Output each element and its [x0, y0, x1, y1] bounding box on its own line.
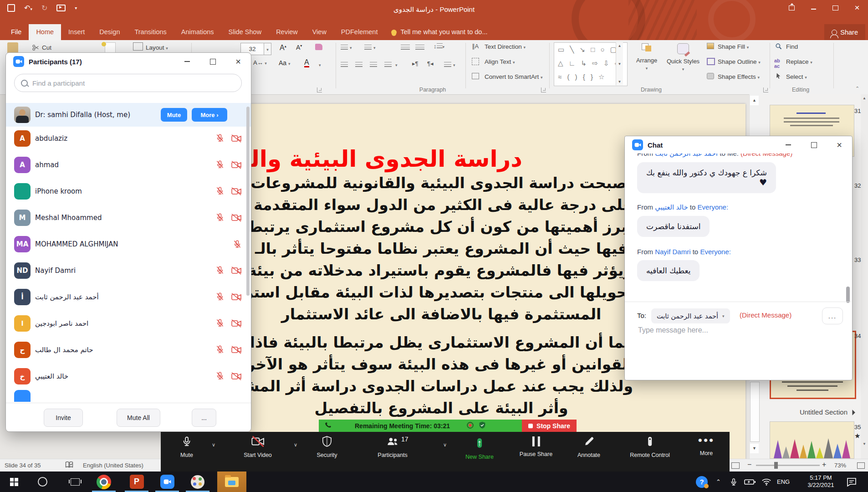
- slideshow-view-icon[interactable]: [731, 462, 740, 469]
- slide-scrollbar-thumb[interactable]: [750, 382, 760, 442]
- mute-toolbar-button[interactable]: Mute: [180, 436, 193, 458]
- zoom-percent[interactable]: 73%: [834, 462, 846, 469]
- search-input[interactable]: [31, 79, 225, 87]
- participant-row[interactable]: A ahmad: [6, 153, 251, 177]
- replace-label[interactable]: Replace ▾: [786, 58, 812, 65]
- chat-header[interactable]: Chat ×: [625, 136, 852, 154]
- mute-all-button[interactable]: Mute All: [117, 409, 160, 427]
- shape-effects-label[interactable]: Shape Effects ▾: [718, 73, 760, 80]
- shape-fill-label[interactable]: Shape Fill ▾: [718, 43, 749, 50]
- numbering-dropdown-icon[interactable]: ▾: [373, 44, 376, 51]
- participant-row[interactable]: MA MOHAMMED ALGHMIJAN: [6, 232, 251, 256]
- text-direction-label[interactable]: Text Direction ▾: [485, 43, 526, 50]
- change-case-icon[interactable]: Aa ▾: [279, 59, 291, 67]
- alignment-dropdown-icon[interactable]: ▾: [395, 61, 398, 68]
- columns-dropdown-icon[interactable]: ▾: [453, 61, 455, 68]
- align-text-label[interactable]: Align Text ▾: [485, 58, 515, 65]
- tab-animations[interactable]: Animations: [174, 24, 221, 40]
- tab-design[interactable]: Design: [92, 24, 127, 40]
- language-status[interactable]: English (United States): [83, 462, 143, 469]
- participant-row[interactable]: ND Nayif Damri: [6, 259, 251, 282]
- more-button[interactable]: More ›: [192, 108, 227, 122]
- tray-mic-icon[interactable]: [730, 472, 738, 492]
- paragraph-dialog-launcher-icon[interactable]: [541, 87, 546, 92]
- bullets-icon[interactable]: [341, 45, 348, 50]
- arrange-button[interactable]: Arrange▾: [631, 43, 663, 72]
- zoom-out-icon[interactable]: −: [747, 461, 751, 469]
- paint-taskbar-icon[interactable]: [184, 472, 212, 492]
- restore-window-icon[interactable]: [824, 0, 846, 15]
- mute-options-chevron-icon[interactable]: ∨: [212, 442, 215, 448]
- section-label[interactable]: Untitled Section: [760, 408, 854, 416]
- align-right-icon[interactable]: [370, 62, 377, 67]
- more-options-button[interactable]: ...: [192, 409, 216, 427]
- tab-file[interactable]: File: [4, 24, 29, 40]
- find-label[interactable]: Find: [786, 43, 798, 50]
- ltr-direction-icon[interactable]: ▸¶: [412, 60, 419, 67]
- scroll-down-icon[interactable]: ▼: [750, 444, 759, 453]
- decrease-indent-icon[interactable]: [401, 45, 410, 50]
- tab-pdfelement[interactable]: PDFelement: [334, 24, 385, 40]
- participant-row[interactable]: A abdulaziz: [6, 127, 251, 150]
- minimize-window-icon[interactable]: [802, 0, 824, 15]
- decrease-font-icon[interactable]: A▾: [296, 44, 302, 51]
- clock[interactable]: 5:17 PM 3/22/2021: [802, 472, 840, 492]
- chrome-taskbar-icon[interactable]: [90, 472, 118, 492]
- pause-share-button[interactable]: Pause Share: [520, 436, 552, 457]
- char-spacing-icon[interactable]: A↔ ▾: [253, 59, 267, 66]
- font-dialog-launcher-icon[interactable]: [317, 87, 322, 92]
- tab-insert[interactable]: Insert: [61, 24, 92, 40]
- recipient-dropdown[interactable]: أحمد عبد الرحمن ثابت▾: [651, 308, 730, 323]
- start-button[interactable]: [0, 472, 28, 492]
- collapse-ribbon-icon[interactable]: ⌃: [855, 86, 859, 92]
- task-view-button[interactable]: [61, 472, 89, 492]
- thumbnail-pane-scrollbar[interactable]: ▲▼: [861, 94, 868, 459]
- mute-button[interactable]: Mute: [161, 108, 187, 122]
- action-center-icon[interactable]: 7: [846, 472, 868, 492]
- zoom-in-icon[interactable]: +: [822, 461, 826, 469]
- layout-label[interactable]: Layout ▾: [146, 44, 168, 51]
- participant-search[interactable]: [14, 74, 242, 92]
- justify-icon[interactable]: [384, 62, 392, 67]
- minimize-icon[interactable]: [776, 136, 801, 154]
- help-tray-icon[interactable]: ?: [696, 472, 708, 492]
- wifi-icon[interactable]: [761, 472, 771, 492]
- participants-scrollbar-thumb[interactable]: [246, 107, 250, 296]
- participant-row[interactable]: خ خالد العتيبي: [6, 364, 251, 388]
- tab-home[interactable]: Home: [29, 24, 61, 40]
- powerpoint-taskbar-icon[interactable]: P: [123, 472, 151, 492]
- font-color-dropdown-icon[interactable]: ▾: [319, 61, 321, 68]
- shield-check-icon[interactable]: [479, 421, 486, 430]
- close-window-icon[interactable]: ×: [846, 0, 868, 15]
- language-indicator[interactable]: ENG: [777, 472, 790, 492]
- tab-view[interactable]: View: [305, 24, 334, 40]
- remote-control-button[interactable]: Remote Control: [630, 436, 670, 458]
- zoom-taskbar-icon[interactable]: [153, 472, 181, 492]
- more-toolbar-button[interactable]: ••• More: [698, 436, 715, 456]
- participant-row[interactable]: أ أحمد عبد الرحمن ثابت: [6, 285, 251, 309]
- security-button[interactable]: Security: [317, 436, 337, 458]
- quick-styles-button[interactable]: Quick Styles ▾: [666, 43, 700, 73]
- close-icon[interactable]: ×: [827, 136, 852, 154]
- zoom-slider[interactable]: [756, 465, 820, 466]
- shape-outline-label[interactable]: Shape Outline ▾: [718, 58, 761, 65]
- tell-me-box[interactable]: Tell me what you want to do...: [385, 24, 494, 40]
- spellcheck-icon[interactable]: [65, 461, 74, 470]
- battery-icon[interactable]: [744, 472, 756, 492]
- clear-formatting-icon[interactable]: [315, 44, 322, 50]
- align-left-icon[interactable]: [341, 62, 348, 67]
- chat-more-button[interactable]: ...: [822, 308, 843, 324]
- tab-review[interactable]: Review: [269, 24, 305, 40]
- participant-row[interactable]: M Meshal Mhoammed: [6, 206, 251, 230]
- participant-row[interactable]: ا احمد ناصر ابودجين: [6, 312, 251, 335]
- participants-header[interactable]: Participants (17) ×: [6, 53, 251, 70]
- minimize-icon[interactable]: [174, 53, 200, 70]
- stop-share-button[interactable]: Stop Share: [522, 420, 577, 432]
- start-video-button[interactable]: Start Video: [244, 436, 272, 458]
- tab-transitions[interactable]: Transitions: [127, 24, 174, 40]
- font-size-dropdown-icon[interactable]: ▾: [264, 43, 271, 55]
- ribbon-display-options-icon[interactable]: [781, 0, 802, 15]
- text-direction-icon[interactable]: ∥A: [472, 43, 479, 50]
- rtl-direction-icon[interactable]: ¶◂: [427, 60, 434, 67]
- convert-smartart-label[interactable]: Convert to SmartArt ▾: [485, 73, 543, 80]
